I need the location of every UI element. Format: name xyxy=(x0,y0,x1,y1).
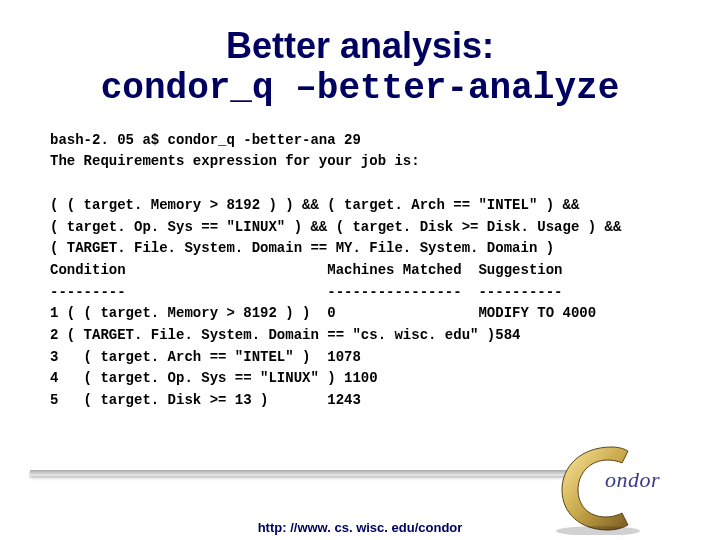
code-line: 4 ( target. Op. Sys == "LINUX" ) 1100 xyxy=(50,370,378,386)
code-line: bash-2. 05 a$ condor_q -better-ana 29 xyxy=(50,132,361,148)
code-line: The Requirements expression for your job… xyxy=(50,153,420,169)
footer-url: http: //www. cs. wisc. edu/condor xyxy=(0,520,720,535)
code-line: --------- ---------------- ---------- xyxy=(50,284,562,300)
title-line1: Better analysis: xyxy=(0,25,720,66)
code-line: ( TARGET. File. System. Domain == MY. Fi… xyxy=(50,240,554,256)
divider xyxy=(30,470,570,476)
slide-title: Better analysis: condor_q –better-analyz… xyxy=(0,25,720,110)
logo-text: ondor xyxy=(605,467,660,493)
code-line: ( ( target. Memory > 8192 ) ) && ( targe… xyxy=(50,197,579,213)
code-line: ( target. Op. Sys == "LINUX" ) && ( targ… xyxy=(50,219,621,235)
title-line2: condor_q –better-analyze xyxy=(0,68,720,109)
code-line: 1 ( ( target. Memory > 8192 ) ) 0 MODIFY… xyxy=(50,305,596,321)
code-line: 2 ( TARGET. File. System. Domain == "cs.… xyxy=(50,327,520,343)
code-block: bash-2. 05 a$ condor_q -better-ana 29 Th… xyxy=(50,130,670,412)
code-line: Condition Machines Matched Suggestion xyxy=(50,262,562,278)
code-line: 5 ( target. Disk >= 13 ) 1243 xyxy=(50,392,361,408)
code-line: 3 ( target. Arch == "INTEL" ) 1078 xyxy=(50,349,361,365)
